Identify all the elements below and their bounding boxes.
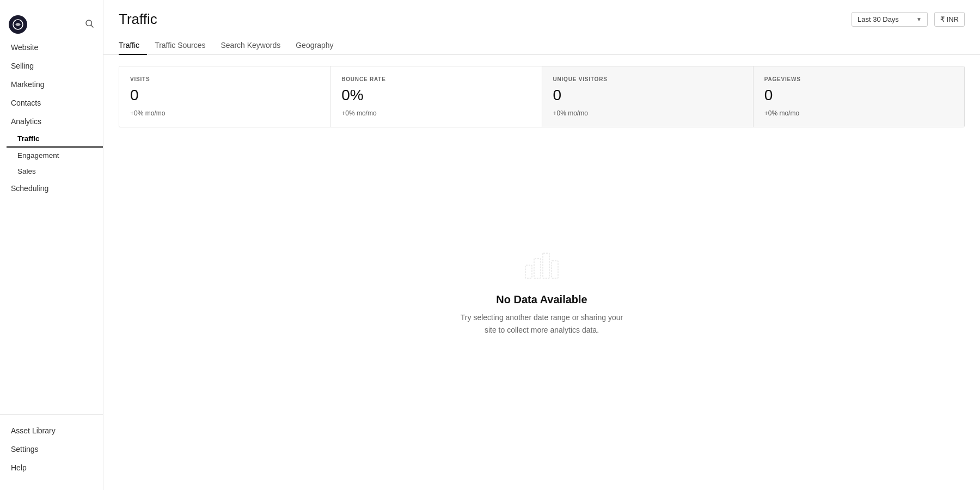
- search-icon[interactable]: [84, 19, 94, 30]
- stat-card-pageviews: PAGEVIEWS 0 +0% mo/mo: [754, 66, 964, 127]
- main-content: Traffic Last 30 Days ▼ ₹ INR Traffic Tra…: [103, 0, 980, 490]
- sidebar: Website Selling Marketing Contacts Analy…: [0, 0, 103, 490]
- svg-point-1: [86, 20, 92, 26]
- bounce-rate-change: +0% mo/mo: [341, 109, 530, 117]
- tab-traffic-sources[interactable]: Traffic Sources: [147, 36, 213, 55]
- sidebar-item-traffic[interactable]: Traffic: [7, 131, 103, 148]
- svg-rect-5: [543, 253, 549, 278]
- unique-visitors-value: 0: [553, 87, 742, 104]
- tab-search-keywords[interactable]: Search Keywords: [213, 36, 289, 55]
- bounce-rate-value: 0%: [341, 87, 530, 104]
- sidebar-item-scheduling[interactable]: Scheduling: [0, 179, 103, 198]
- visits-value: 0: [130, 87, 319, 104]
- sidebar-item-settings[interactable]: Settings: [0, 440, 103, 458]
- sidebar-item-website[interactable]: Website: [0, 38, 103, 57]
- svg-line-2: [91, 25, 93, 27]
- no-data-description: Try selecting another date range or shar…: [460, 311, 623, 336]
- app-logo[interactable]: [9, 15, 27, 34]
- sidebar-item-asset-library[interactable]: Asset Library: [0, 421, 103, 440]
- pageviews-change: +0% mo/mo: [764, 109, 953, 117]
- date-range-label: Last 30 Days: [857, 15, 899, 23]
- no-data-title: No Data Available: [496, 293, 587, 306]
- currency-selector[interactable]: ₹ INR: [934, 12, 965, 27]
- sidebar-item-selling[interactable]: Selling: [0, 57, 103, 75]
- stat-card-visits: VISITS 0 +0% mo/mo: [119, 66, 330, 127]
- page-title: Traffic: [119, 11, 157, 28]
- stat-card-bounce-rate: BOUNCE RATE 0% +0% mo/mo: [330, 66, 542, 127]
- tab-traffic[interactable]: Traffic: [119, 36, 147, 55]
- sidebar-bottom: Asset Library Settings Help: [0, 414, 103, 481]
- pageviews-label: PAGEVIEWS: [764, 76, 953, 82]
- date-range-selector[interactable]: Last 30 Days ▼: [852, 12, 928, 27]
- sidebar-item-help[interactable]: Help: [0, 458, 103, 477]
- sidebar-item-contacts[interactable]: Contacts: [0, 94, 103, 112]
- empty-state: No Data Available Try selecting another …: [103, 127, 980, 490]
- svg-rect-6: [552, 261, 558, 278]
- tab-geography[interactable]: Geography: [288, 36, 341, 55]
- tab-bar: Traffic Traffic Sources Search Keywords …: [103, 28, 980, 55]
- bounce-rate-label: BOUNCE RATE: [341, 76, 530, 82]
- no-data-chart-icon: [520, 249, 564, 284]
- unique-visitors-label: UNIQUE VISITORS: [553, 76, 742, 82]
- chevron-down-icon: ▼: [916, 16, 922, 22]
- header-controls: Last 30 Days ▼ ₹ INR: [852, 12, 965, 27]
- unique-visitors-change: +0% mo/mo: [553, 109, 742, 117]
- sidebar-item-engagement[interactable]: Engagement: [7, 148, 103, 163]
- svg-rect-4: [534, 259, 541, 278]
- stat-card-unique-visitors: UNIQUE VISITORS 0 +0% mo/mo: [542, 66, 754, 127]
- sidebar-item-marketing[interactable]: Marketing: [0, 75, 103, 94]
- sidebar-item-analytics[interactable]: Analytics: [0, 112, 103, 131]
- sidebar-top: [0, 9, 103, 38]
- analytics-subnav: Traffic Engagement Sales: [0, 131, 103, 179]
- pageviews-value: 0: [764, 87, 953, 104]
- sidebar-nav: Website Selling Marketing Contacts Analy…: [0, 38, 103, 414]
- sidebar-item-sales[interactable]: Sales: [7, 163, 103, 179]
- stats-row: VISITS 0 +0% mo/mo BOUNCE RATE 0% +0% mo…: [119, 66, 965, 127]
- visits-change: +0% mo/mo: [130, 109, 319, 117]
- visits-label: VISITS: [130, 76, 319, 82]
- svg-rect-3: [525, 265, 532, 278]
- page-header: Traffic Last 30 Days ▼ ₹ INR: [103, 0, 980, 28]
